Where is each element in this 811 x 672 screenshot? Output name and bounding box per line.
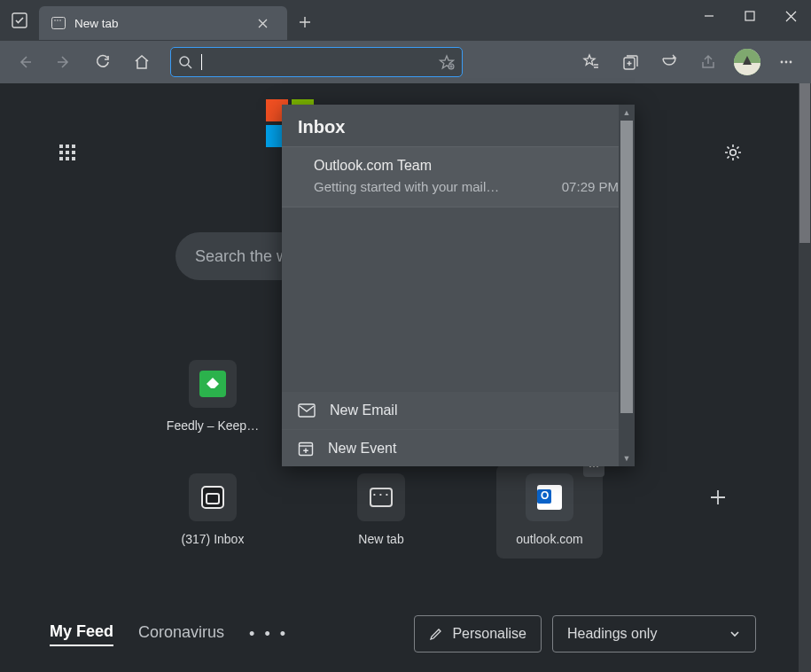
quicklink-label: Feedly – Keep… xyxy=(167,418,259,433)
ntp-search-placeholder: Search the w xyxy=(195,247,288,266)
tab-actions-button[interactable] xyxy=(0,1,39,40)
back-button[interactable] xyxy=(7,44,43,80)
browser-tab[interactable]: New tab xyxy=(39,6,287,40)
message-time: 07:29 PM xyxy=(562,179,619,194)
scroll-thumb[interactable] xyxy=(799,83,810,243)
svg-rect-16 xyxy=(72,145,75,148)
svg-rect-10 xyxy=(734,63,760,75)
svg-point-11 xyxy=(781,61,784,64)
svg-rect-15 xyxy=(66,145,69,148)
scroll-thumb[interactable] xyxy=(620,121,633,413)
toolbar xyxy=(0,41,811,83)
profile-button[interactable] xyxy=(729,44,765,80)
menu-button[interactable] xyxy=(768,44,804,80)
forward-arrow-icon xyxy=(56,54,72,70)
text-caret xyxy=(201,54,202,70)
svg-rect-17 xyxy=(59,151,63,154)
page-scrollbar[interactable] xyxy=(799,83,811,672)
window-minimize-button[interactable] xyxy=(689,0,729,32)
svg-rect-14 xyxy=(59,145,63,148)
svg-rect-5 xyxy=(745,12,754,20)
outlook-flyout: Inbox Outlook.com Team Getting started w… xyxy=(282,105,635,466)
flyout-action-label: New Event xyxy=(328,441,396,457)
web-capture-icon xyxy=(660,53,678,71)
tab-title: New tab xyxy=(74,17,241,30)
feed-more-button[interactable]: • • • xyxy=(249,625,288,644)
quicklink-feedly[interactable]: Feedly – Keep… xyxy=(160,360,266,433)
svg-rect-1 xyxy=(52,18,66,29)
svg-rect-21 xyxy=(66,157,69,160)
quicklink-inbox[interactable]: (317) Inbox xyxy=(160,473,266,559)
message-sender: Outlook.com Team xyxy=(314,158,619,174)
flyout-action-label: New Email xyxy=(330,402,397,418)
svg-point-23 xyxy=(730,150,737,156)
page-content: Search the w Feedly – Keep… (317) Inbox … xyxy=(0,83,799,672)
layout-dropdown[interactable]: Headings only xyxy=(552,615,756,652)
inbox-icon xyxy=(201,486,224,509)
flyout-new-email-button[interactable]: New Email xyxy=(282,392,635,429)
app-launcher-button[interactable] xyxy=(50,135,85,170)
calendar-plus-icon xyxy=(298,441,314,457)
profile-avatar-icon xyxy=(734,49,760,75)
quicklink-label: outlook.com xyxy=(516,532,582,546)
home-icon xyxy=(134,54,150,70)
collections-icon xyxy=(622,54,639,71)
tab-close-button[interactable] xyxy=(250,11,275,35)
page-settings-button[interactable] xyxy=(715,135,751,170)
svg-point-13 xyxy=(790,61,792,64)
chevron-down-icon xyxy=(729,628,741,640)
feedly-icon xyxy=(199,371,226,397)
collections-button[interactable] xyxy=(612,44,648,80)
scroll-up-arrow-icon[interactable]: ▲ xyxy=(619,105,635,121)
more-horizontal-icon xyxy=(778,54,794,70)
refresh-button[interactable] xyxy=(85,44,121,80)
screenshot-button[interactable] xyxy=(651,44,687,80)
message-preview: Getting started with your mail… xyxy=(314,179,499,194)
quicklink-add-button[interactable] xyxy=(665,473,771,559)
svg-rect-27 xyxy=(299,404,315,417)
favorites-button[interactable] xyxy=(573,44,609,80)
window-maximize-button[interactable] xyxy=(729,0,770,32)
scroll-down-arrow-icon[interactable]: ▼ xyxy=(619,450,635,466)
refresh-icon xyxy=(95,54,111,70)
outlook-icon xyxy=(537,485,562,510)
flyout-title: Inbox xyxy=(282,105,635,147)
home-button[interactable] xyxy=(124,44,160,80)
plus-icon xyxy=(708,488,728,507)
flyout-message[interactable]: Outlook.com Team Getting started with yo… xyxy=(282,147,635,207)
svg-rect-22 xyxy=(72,157,75,160)
personalise-button[interactable]: Personalise xyxy=(414,615,542,652)
newtab-favicon-icon xyxy=(51,16,66,30)
svg-point-12 xyxy=(785,61,788,64)
favorite-star-icon[interactable] xyxy=(439,54,455,70)
new-tab-button[interactable] xyxy=(287,4,323,40)
close-icon xyxy=(785,11,797,22)
flyout-new-event-button[interactable]: New Event xyxy=(282,429,635,466)
feed-bar: My Feed Coronavirus • • • Personalise He… xyxy=(50,612,756,656)
quicklink-newtab[interactable]: New tab xyxy=(328,473,434,559)
share-button[interactable] xyxy=(690,44,726,80)
svg-point-6 xyxy=(180,57,189,66)
svg-rect-20 xyxy=(59,157,63,160)
quicklink-outlook[interactable]: outlook.com xyxy=(496,465,603,559)
forward-button[interactable] xyxy=(46,44,82,80)
mail-icon xyxy=(298,403,316,418)
quicklink-label: New tab xyxy=(358,532,403,546)
feed-tab-myfeed[interactable]: My Feed xyxy=(50,622,113,646)
grid-icon xyxy=(58,144,76,161)
search-icon xyxy=(178,55,192,69)
svg-point-2 xyxy=(54,20,56,21)
flyout-scrollbar[interactable]: ▲ ▼ xyxy=(619,105,635,466)
address-input[interactable] xyxy=(211,55,430,69)
feed-tab-coronavirus[interactable]: Coronavirus xyxy=(138,623,224,645)
address-bar[interactable] xyxy=(170,47,463,77)
window-close-button[interactable] xyxy=(770,0,811,32)
titlebar: New tab xyxy=(0,0,811,41)
plus-icon xyxy=(299,16,311,28)
newtab-icon xyxy=(370,488,393,507)
svg-rect-19 xyxy=(72,151,75,154)
svg-point-3 xyxy=(57,20,58,21)
star-lines-icon xyxy=(582,53,600,71)
svg-rect-18 xyxy=(66,151,69,154)
pencil-icon xyxy=(429,627,443,641)
